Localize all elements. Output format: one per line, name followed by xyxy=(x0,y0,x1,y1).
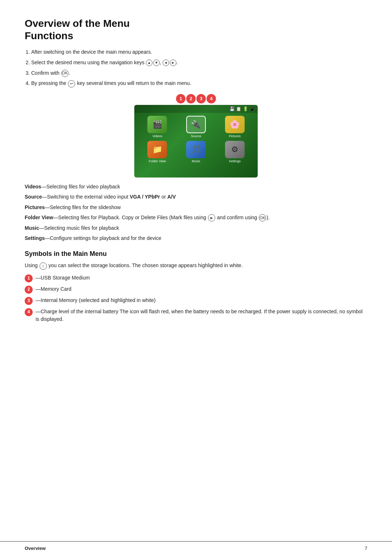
menu-screen: 💾 📋 🔋 📱 🎬 Videos 🔌 Source 🌸 Pictures xyxy=(134,105,258,177)
step-3: Confirm with OK. xyxy=(31,69,367,77)
source-icon: 🔌 xyxy=(186,116,206,133)
desc-settings: Settings—Configure settings for playback… xyxy=(25,234,367,242)
symbol-item-2: 2 —Memory Card xyxy=(25,285,367,294)
desc-music: Music—Selecting music files for playback xyxy=(25,224,367,232)
symbols-title: Symbols in the Main Menu xyxy=(25,250,367,258)
page-title: Overview of the Menu Functions xyxy=(25,17,367,42)
symbol-item-3: 3 —Internal Memory (selected and highlig… xyxy=(25,297,367,305)
symbol-badge-3: 3 xyxy=(25,297,33,305)
folder-icon: 📁 xyxy=(147,141,167,158)
top-bar-icons: 💾 📋 🔋 📱 xyxy=(229,106,255,111)
step-2: Select the desired menu using the naviga… xyxy=(31,59,367,67)
menu-item-source: 🔌 Source xyxy=(178,116,214,138)
desc-source: Source—Switching to the external video i… xyxy=(25,193,367,201)
step-1: After switching on the device the main m… xyxy=(31,48,367,56)
footer-page: 7 xyxy=(365,546,367,551)
menu-top-bar: 💾 📋 🔋 📱 xyxy=(134,105,258,113)
symbol-badge-4: 4 xyxy=(25,308,33,316)
descriptions-block: Videos—Selecting files for video playbac… xyxy=(25,183,367,242)
symbol-badge-1: 1 xyxy=(25,274,33,282)
desc-videos: Videos—Selecting files for video playbac… xyxy=(25,183,367,191)
desc-pictures: Pictures—Selecting files for the slidesh… xyxy=(25,203,367,211)
badge-4: 4 xyxy=(207,94,216,103)
ok-icon-2: OK xyxy=(259,214,266,221)
symbol-item-1: 1 —USB Storage Medium xyxy=(25,274,367,282)
settings-label: Settings xyxy=(229,159,241,163)
ok-icon: OK xyxy=(61,70,69,77)
menu-item-music: 🎵 Music xyxy=(178,141,214,163)
badge-3: 3 xyxy=(196,94,206,103)
menu-image: 1 2 3 4 💾 📋 🔋 📱 🎬 Videos 🔌 Source xyxy=(134,94,258,174)
videos-icon: 🎬 xyxy=(147,116,167,133)
nav-up-icon: ▲ xyxy=(146,60,152,66)
step-4: By pressing the ↩ key several times you … xyxy=(31,79,367,87)
footer-label: Overview xyxy=(25,546,46,551)
pictures-icon: 🌸 xyxy=(225,116,245,133)
badge-2: 2 xyxy=(186,94,196,103)
menu-image-container: 1 2 3 4 💾 📋 🔋 📱 🎬 Videos 🔌 Source xyxy=(25,94,367,174)
page-content: Overview of the Menu Functions After swi… xyxy=(0,0,392,348)
videos-label: Videos xyxy=(152,134,162,138)
nav-left-icon: ◄ xyxy=(163,60,169,66)
steps-list: After switching on the device the main m… xyxy=(31,48,367,87)
menu-item-videos: 🎬 Videos xyxy=(139,116,175,138)
music-icon: 🎵 xyxy=(186,141,206,158)
symbol-item-4: 4 —Charge level of the internal battery … xyxy=(25,308,367,323)
settings-icon: ⚙ xyxy=(225,141,245,158)
nav-keys-updown: ▲▼ xyxy=(146,60,160,66)
right-arrow-icon: ► xyxy=(208,214,215,221)
desc-folder: Folder View—Selecting files for Playback… xyxy=(25,213,367,221)
return-icon: ↩ xyxy=(68,80,75,87)
symbol-text-2: —Memory Card xyxy=(36,285,72,293)
folder-label: Folder View xyxy=(149,159,166,163)
menu-item-settings: ⚙ Settings xyxy=(217,141,253,163)
menu-grid: 🎬 Videos 🔌 Source 🌸 Pictures 📁 Folder Vi… xyxy=(134,113,258,166)
nav-keys-leftright: ◄► xyxy=(163,60,176,66)
menu-item-folder: 📁 Folder View xyxy=(139,141,175,163)
symbol-text-1: —USB Storage Medium xyxy=(36,274,90,282)
symbol-badge-2: 2 xyxy=(25,286,33,294)
nav-down-icon: ▼ xyxy=(153,60,160,66)
nav-right-icon: ► xyxy=(170,60,176,66)
storage-icon: ↕ xyxy=(40,262,47,270)
symbols-intro: Using ↕ you can select the storage locat… xyxy=(25,261,367,269)
badge-1: 1 xyxy=(176,94,185,103)
symbol-text-3: —Internal Memory (selected and highlight… xyxy=(36,297,156,305)
source-label: Source xyxy=(191,134,201,138)
symbol-text-4: —Charge level of the internal battery Th… xyxy=(36,308,367,323)
pictures-label: Pictures xyxy=(229,134,241,138)
menu-item-pictures: 🌸 Pictures xyxy=(217,116,253,138)
footer-bar: Overview 7 xyxy=(0,541,392,555)
music-label: Music xyxy=(192,159,200,163)
numbered-badges: 1 2 3 4 xyxy=(176,94,216,103)
